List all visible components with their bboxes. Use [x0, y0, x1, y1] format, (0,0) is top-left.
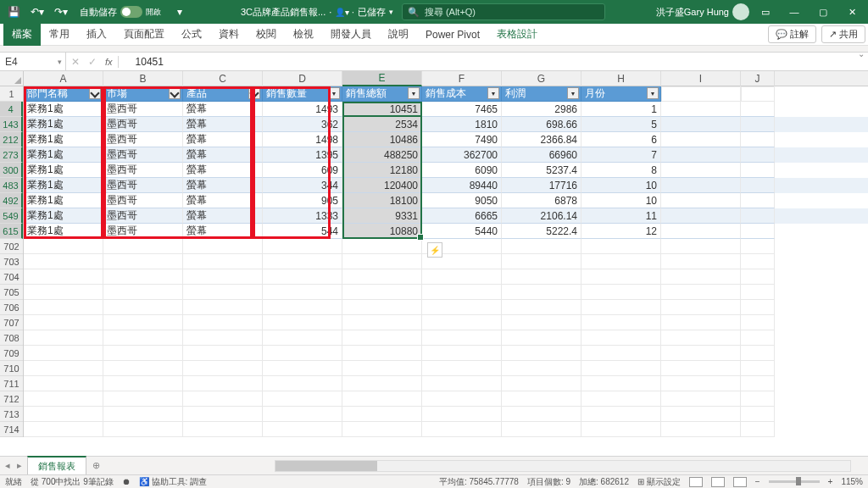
row-header[interactable]: 300 — [0, 163, 23, 178]
redo-icon[interactable]: ↷▾ — [51, 2, 71, 22]
row-header[interactable]: 705 — [0, 285, 23, 300]
cell[interactable]: 2366.84 — [502, 132, 581, 147]
cell[interactable]: 螢幕 — [183, 193, 263, 208]
col-header-I[interactable]: I — [661, 71, 741, 86]
filter-icon[interactable]: ▼ — [567, 87, 579, 99]
table-header[interactable]: 部門名稱 — [24, 86, 103, 102]
cell[interactable]: 10451 — [342, 102, 422, 117]
table-header[interactable]: 利潤▼ — [502, 86, 581, 102]
cell[interactable]: 螢幕 — [183, 224, 263, 239]
row-header[interactable]: 549 — [0, 208, 23, 224]
cell[interactable]: 6 — [581, 132, 661, 147]
cell[interactable]: 10 — [581, 193, 661, 208]
view-layout-icon[interactable] — [711, 477, 725, 487]
tab-layout[interactable]: 頁面配置 — [115, 24, 173, 46]
cell[interactable]: 業務1處 — [24, 208, 103, 224]
cell[interactable]: 609 — [263, 163, 342, 178]
tab-insert[interactable]: 插入 — [78, 24, 115, 46]
zoom-slider[interactable] — [769, 480, 820, 483]
cell[interactable]: 7465 — [422, 102, 502, 117]
cell[interactable]: 業務1處 — [24, 178, 103, 193]
cell[interactable]: 墨西哥 — [103, 178, 183, 193]
col-header-G[interactable]: G — [502, 71, 581, 86]
undo-icon[interactable]: ↶▾ — [27, 2, 47, 22]
tab-powerpivot[interactable]: Power Pivot — [417, 24, 488, 46]
cell[interactable]: 業務1處 — [24, 224, 103, 239]
filter-icon[interactable]: ▼ — [328, 87, 340, 99]
cell[interactable]: 11 — [581, 208, 661, 224]
col-header-F[interactable]: F — [422, 71, 502, 86]
cell[interactable]: 2986 — [502, 102, 581, 117]
status-accessibility[interactable]: ♿ 協助工具: 調查 — [139, 476, 207, 488]
table-header[interactable]: 銷售成本▼ — [422, 86, 502, 102]
cell[interactable]: 墨西哥 — [103, 147, 183, 163]
row-header[interactable]: 703 — [0, 254, 23, 269]
table-header[interactable]: 市場 — [103, 86, 183, 102]
cell[interactable]: 業務1處 — [24, 117, 103, 132]
cell[interactable]: 螢幕 — [183, 178, 263, 193]
filter-icon[interactable] — [169, 87, 181, 99]
search-input[interactable]: 🔍 搜尋 (Alt+Q) — [402, 3, 605, 20]
cell[interactable]: 8 — [581, 163, 661, 178]
cell[interactable]: 2106.14 — [502, 208, 581, 224]
cell[interactable]: 7 — [581, 147, 661, 163]
cell[interactable]: 9331 — [342, 208, 422, 224]
cell[interactable]: 362700 — [422, 147, 502, 163]
minimize-icon[interactable]: — — [782, 2, 807, 22]
row-header[interactable]: 483 — [0, 178, 23, 193]
col-header-B[interactable]: B — [103, 71, 183, 86]
sheet-next-icon[interactable]: ▸ — [17, 460, 22, 471]
filter-icon[interactable]: ▼ — [487, 87, 499, 99]
col-header-C[interactable]: C — [183, 71, 263, 86]
cell[interactable]: 業務1處 — [24, 193, 103, 208]
cell[interactable]: 墨西哥 — [103, 117, 183, 132]
table-header[interactable]: 月份▼ — [581, 86, 661, 102]
ribbon-mode-icon[interactable]: ▭ — [753, 2, 778, 22]
cell[interactable]: 17716 — [502, 178, 581, 193]
cell[interactable]: 488250 — [342, 147, 422, 163]
row-header[interactable]: 492 — [0, 193, 23, 208]
table-header[interactable]: 銷售數量▼ — [263, 86, 342, 102]
cell[interactable]: 螢幕 — [183, 117, 263, 132]
formula-input[interactable]: 10451 — [119, 56, 868, 68]
tab-file[interactable]: 檔案 — [3, 24, 41, 46]
filter-icon[interactable]: ▼ — [647, 87, 659, 99]
cell[interactable]: 1498 — [263, 132, 342, 147]
row-header[interactable]: 615 — [0, 224, 23, 239]
autosave-toggle[interactable] — [120, 6, 142, 18]
row-header[interactable]: 712 — [0, 391, 23, 407]
tab-view[interactable]: 檢視 — [285, 24, 322, 46]
cell[interactable]: 66960 — [502, 147, 581, 163]
accept-formula-icon[interactable]: ✓ — [88, 56, 97, 68]
cell[interactable]: 墨西哥 — [103, 102, 183, 117]
filter-icon[interactable] — [89, 87, 101, 99]
qat-more-icon[interactable]: ▾ — [170, 2, 190, 22]
cell[interactable]: 120400 — [342, 178, 422, 193]
filter-icon[interactable]: ▼ — [408, 87, 420, 99]
tab-home[interactable]: 常用 — [41, 24, 78, 46]
row-header[interactable]: 143 — [0, 117, 23, 132]
tab-developer[interactable]: 開發人員 — [322, 24, 380, 46]
worksheet-grid[interactable]: ABCDEFGHIJ 14143212273300483492549615702… — [0, 71, 868, 461]
sheet-prev-icon[interactable]: ◂ — [5, 460, 10, 471]
view-pagebreak-icon[interactable] — [733, 477, 747, 487]
avatar[interactable] — [732, 3, 749, 20]
cell[interactable]: 5 — [581, 117, 661, 132]
cell[interactable]: 344 — [263, 178, 342, 193]
cell[interactable]: 墨西哥 — [103, 193, 183, 208]
col-header-E[interactable]: E — [342, 71, 422, 86]
name-box[interactable]: E4▾ — [0, 53, 66, 71]
cell[interactable]: 362 — [263, 117, 342, 132]
view-normal-icon[interactable] — [689, 477, 703, 487]
row-header[interactable]: 4 — [0, 102, 23, 117]
cell[interactable]: 2534 — [342, 117, 422, 132]
table-header[interactable]: 產品 — [183, 86, 263, 102]
cell[interactable]: 墨西哥 — [103, 208, 183, 224]
cell[interactable]: 6090 — [422, 163, 502, 178]
close-icon[interactable]: ✕ — [839, 2, 865, 22]
row-header[interactable]: 704 — [0, 269, 23, 285]
tab-review[interactable]: 校閱 — [248, 24, 285, 46]
cancel-formula-icon[interactable]: ✕ — [71, 56, 80, 68]
display-settings[interactable]: ⊞ 顯示設定 — [637, 476, 681, 488]
save-icon[interactable]: 💾 — [3, 2, 24, 22]
